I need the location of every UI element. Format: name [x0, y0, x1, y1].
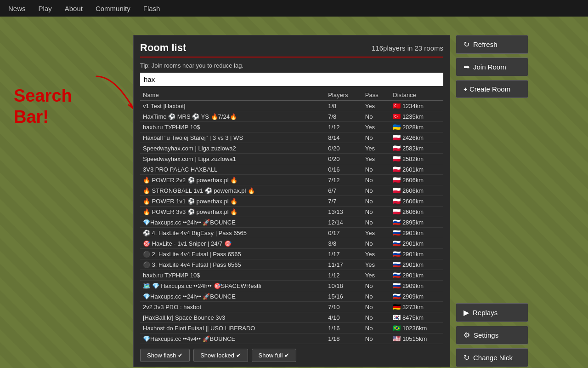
col-header-pass: Pass: [362, 90, 390, 101]
cell-distance: 🇷🇺 2909km: [390, 291, 443, 302]
annotation: SearchBar!: [14, 86, 72, 127]
cell-players: 7/8: [325, 111, 362, 122]
replays-button[interactable]: ▶ Replays: [456, 303, 528, 322]
table-row[interactable]: 🗺️ 💎 Haxcups.cc ••24h•• 🎯SPACEWRestli 10…: [140, 281, 443, 291]
cell-distance: 🇵🇱 2601km: [390, 164, 443, 175]
cell-pass: No: [362, 207, 390, 217]
show-locked-button[interactable]: Show locked ✔: [193, 349, 248, 362]
table-row[interactable]: Speedwayhax.com | Liga zuzlowa2 0/20 Yes…: [140, 143, 443, 154]
settings-icon: ⚙: [464, 331, 470, 339]
table-row[interactable]: ⚽ 4. HaxLite 4v4 BigEasy | Pass 6565 0/1…: [140, 228, 443, 238]
cell-pass: No: [362, 164, 390, 175]
cell-name: v1 Test |Haxbot|: [140, 101, 325, 111]
player-count: 116players in 23 rooms: [372, 44, 443, 52]
table-row[interactable]: Speedwayhax.com | Liga zuzlowa1 0/20 Yes…: [140, 154, 443, 164]
table-row[interactable]: 🔥 POWER 3v3 ⚽ powerhax.pl 🔥 13/13 No 🇵🇱 …: [140, 207, 443, 217]
nav-about[interactable]: About: [62, 3, 85, 14]
cell-pass: No: [362, 281, 390, 291]
cell-players: 15/16: [325, 291, 362, 302]
cell-players: 10/18: [325, 281, 362, 291]
show-full-button[interactable]: Show full ✔: [252, 349, 296, 362]
cell-distance: 🇷🇺 2901km: [390, 238, 443, 249]
table-row[interactable]: 3V3 PRO PAŁAC HAXBALL 0/16 No 🇵🇱 2601km: [140, 164, 443, 175]
table-row[interactable]: v1 Test |Haxbot| 1/8 Yes 🇹🇷 1234km: [140, 101, 443, 111]
table-row[interactable]: 💎Haxcups.cc ••24h•• 🚀BOUNCE 15/16 No 🇷🇺 …: [140, 291, 443, 302]
cell-pass: Yes: [362, 270, 390, 281]
table-row[interactable]: 2v2 3v3 PRO : haxbot 7/10 No 🇩🇪 3273km: [140, 302, 443, 312]
table-row[interactable]: Haxball "u Twojej Starej" | 3 vs 3 | WS …: [140, 132, 443, 143]
table-row[interactable]: haxb.ru ТУРНИР 10$ 1/12 Yes 🇷🇺 2901km: [140, 270, 443, 281]
table-row[interactable]: 💎Haxcups.cc ••24h•• 🚀BOUNCE 12/14 No 🇷🇺 …: [140, 217, 443, 228]
panel-header: Room list 116players in 23 rooms: [140, 42, 443, 54]
cell-distance: 🇩🇪 3273km: [390, 302, 443, 312]
cell-players: 13/13: [325, 207, 362, 217]
cell-distance: 🇷🇺 2901km: [390, 259, 443, 270]
table-row[interactable]: ⚫ 2. HaxLite 4v4 Futsal | Pass 6565 1/17…: [140, 249, 443, 259]
panel-title: Room list: [140, 42, 186, 54]
table-row[interactable]: HaxTime ⚽ MRS ⚽ YS 🔥7/24🔥 7/8 No 🇹🇷 1235…: [140, 111, 443, 122]
cell-name: 3V3 PRO PAŁAC HAXBALL: [140, 164, 325, 175]
refresh-icon: ↻: [464, 40, 469, 49]
cell-name: 🎯 HaxLite - 1v1 Sniper | 24/7 🎯: [140, 238, 325, 249]
cell-pass: Yes: [362, 249, 390, 259]
table-row[interactable]: Haxhost do Fioti Futsal || USO LIBERADO …: [140, 323, 443, 334]
cell-pass: No: [362, 132, 390, 143]
create-room-button[interactable]: + Create Room: [456, 80, 528, 98]
table-row[interactable]: 💎Haxcups.cc ••4v4•• 🚀BOUNCE 1/18 No 🇺🇸 1…: [140, 334, 443, 344]
cell-name: 🔥 POWER 2v2 ⚽ powerhax.pl 🔥: [140, 175, 325, 185]
table-row[interactable]: 🔥 POWER 2v2 ⚽ powerhax.pl 🔥 7/12 No 🇵🇱 2…: [140, 175, 443, 185]
cell-pass: No: [362, 291, 390, 302]
cell-name: 💎Haxcups.cc ••24h•• 🚀BOUNCE: [140, 217, 325, 228]
tip-text: Tip: Join rooms near you to reduce lag.: [140, 62, 443, 69]
cell-name: ⚫ 3. HaxLite 4v4 Futsal | Pass 6565: [140, 259, 325, 270]
refresh-button[interactable]: ↻ Refresh: [456, 35, 528, 54]
table-row[interactable]: 🔥 STRONGBALL 1v1 ⚽ powerhax.pl 🔥 6/7 No …: [140, 185, 443, 196]
table-row[interactable]: [HaxBall.kr] Space Bounce 3v3 4/10 No 🇰🇷…: [140, 312, 443, 323]
cell-distance: 🇵🇱 2606km: [390, 207, 443, 217]
cell-name: 🔥 STRONGBALL 1v1 ⚽ powerhax.pl 🔥: [140, 185, 325, 196]
cell-players: 1/12: [325, 270, 362, 281]
settings-button[interactable]: ⚙ Settings: [456, 326, 528, 345]
cell-pass: No: [362, 196, 390, 207]
join-icon: ➡: [464, 63, 469, 71]
cell-pass: No: [362, 238, 390, 249]
search-input[interactable]: [140, 73, 443, 86]
right-sidebar: ↻ Refresh ➡ Join Room + Create Room ▶ Re…: [456, 35, 528, 367]
cell-name: ⚫ 2. HaxLite 4v4 Futsal | Pass 6565: [140, 249, 325, 259]
red-divider: [140, 57, 443, 58]
cell-distance: 🇷🇺 2909km: [390, 281, 443, 291]
cell-name: [HaxBall.kr] Space Bounce 3v3: [140, 312, 325, 323]
cell-players: 11/17: [325, 259, 362, 270]
change-nick-button[interactable]: ↻ Change Nick: [456, 348, 528, 367]
table-row[interactable]: haxb.ru ТУРНИР 10$ 1/12 Yes 🇺🇦 2028km: [140, 122, 443, 132]
col-header-name: Name: [140, 90, 325, 101]
table-row[interactable]: 🔥 POWER 1v1 ⚽ powerhax.pl 🔥 7/7 No 🇵🇱 26…: [140, 196, 443, 207]
cell-pass: No: [362, 323, 390, 334]
show-flash-button[interactable]: Show flash ✔: [140, 349, 190, 362]
annotation-text: SearchBar!: [14, 86, 72, 127]
cell-name: Haxhost do Fioti Futsal || USO LIBERADO: [140, 323, 325, 334]
replays-icon: ▶: [464, 308, 469, 317]
cell-pass: Yes: [362, 143, 390, 154]
cell-players: 3/8: [325, 238, 362, 249]
cell-players: 6/7: [325, 185, 362, 196]
cell-players: 0/20: [325, 154, 362, 164]
cell-pass: Yes: [362, 122, 390, 132]
cell-players: 0/17: [325, 228, 362, 238]
cell-distance: 🇵🇱 2606km: [390, 185, 443, 196]
nav-news[interactable]: News: [6, 3, 28, 14]
table-row[interactable]: 🎯 HaxLite - 1v1 Sniper | 24/7 🎯 3/8 No 🇷…: [140, 238, 443, 249]
nav-flash[interactable]: Flash: [141, 3, 163, 14]
main-area: SearchBar! Room list 116players in 23 ro…: [0, 17, 588, 367]
cell-players: 4/10: [325, 312, 362, 323]
cell-players: 7/10: [325, 302, 362, 312]
cell-name: ⚽ 4. HaxLite 4v4 BigEasy | Pass 6565: [140, 228, 325, 238]
nav-play[interactable]: Play: [36, 3, 55, 14]
cell-pass: Yes: [362, 228, 390, 238]
table-row[interactable]: ⚫ 3. HaxLite 4v4 Futsal | Pass 6565 11/1…: [140, 259, 443, 270]
cell-name: 🔥 POWER 1v1 ⚽ powerhax.pl 🔥: [140, 196, 325, 207]
room-table: Name Players Pass Distance v1 Test |Haxb…: [140, 90, 443, 344]
nav-community[interactable]: Community: [93, 3, 133, 14]
join-room-button[interactable]: ➡ Join Room: [456, 58, 528, 76]
cell-pass: No: [362, 312, 390, 323]
